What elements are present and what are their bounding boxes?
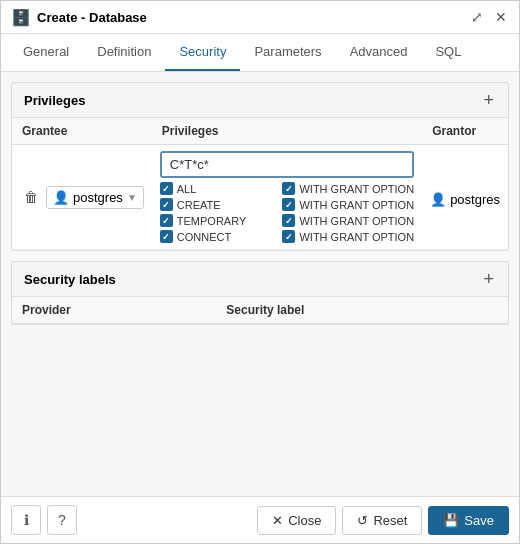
checkbox-wgo-3[interactable] [282, 214, 295, 227]
titlebar-actions: ⤢ ✕ [469, 7, 509, 27]
info-button[interactable]: ℹ [11, 505, 41, 535]
table-row: 🗑 👤 postgres ▼ [12, 145, 508, 250]
grantor-value: postgres [450, 192, 500, 207]
priv-check-all: ALL [160, 182, 277, 195]
help-icon: ? [58, 512, 66, 528]
close-button[interactable]: ✕ Close [257, 506, 336, 535]
grantor-cell-inner: 👤 postgres [430, 188, 500, 207]
tab-sql[interactable]: SQL [421, 34, 475, 71]
label-wgo-4: WITH GRANT OPTION [299, 231, 414, 243]
privileges-header-row: Grantee Privileges Grantor [12, 118, 508, 145]
security-labels-header-row: Provider Security label [12, 297, 508, 324]
privileges-section: Privileges + Grantee Privileges Grantor [11, 82, 509, 251]
security-labels-table: Provider Security label [12, 297, 508, 324]
priv-check-create: CREATE [160, 198, 277, 211]
label-all: ALL [177, 183, 197, 195]
label-connect: CONNECT [177, 231, 231, 243]
checkbox-connect[interactable] [160, 230, 173, 243]
window-close-button[interactable]: ✕ [493, 7, 509, 27]
label-wgo-3: WITH GRANT OPTION [299, 215, 414, 227]
grantor-col-header: Grantor [422, 118, 508, 145]
privileges-input[interactable] [160, 151, 414, 178]
privileges-title: Privileges [24, 93, 85, 108]
save-label: Save [464, 513, 494, 528]
window-title: Create - Database [37, 10, 147, 25]
footer-left: ℹ ? [11, 505, 77, 535]
privileges-table: Grantee Privileges Grantor 🗑 👤 postgr [12, 118, 508, 250]
footer: ℹ ? ✕ Close ↺ Reset 💾 Save [1, 496, 519, 543]
checkbox-temporary[interactable] [160, 214, 173, 227]
security-label-col-header: Security label [216, 297, 508, 324]
footer-right: ✕ Close ↺ Reset 💾 Save [257, 506, 509, 535]
label-create: CREATE [177, 199, 221, 211]
tab-security[interactable]: Security [165, 34, 240, 71]
grantor-user-icon: 👤 [430, 192, 446, 207]
label-wgo-2: WITH GRANT OPTION [299, 199, 414, 211]
add-privilege-button[interactable]: + [481, 91, 496, 109]
tab-advanced[interactable]: Advanced [336, 34, 422, 71]
priv-check-wgo-1: WITH GRANT OPTION [282, 182, 414, 195]
titlebar-left: 🗄️ Create - Database [11, 8, 147, 27]
database-icon: 🗄️ [11, 8, 31, 27]
priv-check-temporary: TEMPORARY [160, 214, 277, 227]
reset-button[interactable]: ↺ Reset [342, 506, 422, 535]
checkbox-wgo-2[interactable] [282, 198, 295, 211]
security-labels-header: Security labels + [12, 262, 508, 297]
checkbox-create[interactable] [160, 198, 173, 211]
info-icon: ℹ [24, 512, 29, 528]
reset-icon: ↺ [357, 513, 368, 528]
label-wgo-1: WITH GRANT OPTION [299, 183, 414, 195]
close-label: Close [288, 513, 321, 528]
grantee-selector[interactable]: 👤 postgres ▼ [46, 186, 144, 209]
tab-bar: General Definition Security Parameters A… [1, 34, 519, 72]
priv-check-connect: CONNECT [160, 230, 277, 243]
privileges-header: Privileges + [12, 83, 508, 118]
privileges-checkboxes: ALL WITH GRANT OPTION CREATE [160, 182, 414, 243]
checkbox-wgo-1[interactable] [282, 182, 295, 195]
grantee-cell-inner: 🗑 👤 postgres ▼ [20, 186, 144, 209]
tab-general[interactable]: General [9, 34, 83, 71]
label-temporary: TEMPORARY [177, 215, 246, 227]
chevron-down-icon: ▼ [127, 192, 137, 203]
grantee-col-header: Grantee [12, 118, 152, 145]
titlebar: 🗄️ Create - Database ⤢ ✕ [1, 1, 519, 34]
priv-check-wgo-4: WITH GRANT OPTION [282, 230, 414, 243]
provider-col-header: Provider [12, 297, 216, 324]
delete-privilege-button[interactable]: 🗑 [20, 187, 42, 207]
tab-definition[interactable]: Definition [83, 34, 165, 71]
add-security-label-button[interactable]: + [481, 270, 496, 288]
save-icon: 💾 [443, 513, 459, 528]
security-labels-section: Security labels + Provider Security labe… [11, 261, 509, 325]
help-button[interactable]: ? [47, 505, 77, 535]
privileges-value-cell: ALL WITH GRANT OPTION CREATE [152, 145, 422, 250]
grantee-value: postgres [73, 190, 123, 205]
security-labels-title: Security labels [24, 272, 116, 287]
tab-content: Privileges + Grantee Privileges Grantor [1, 72, 519, 496]
priv-check-wgo-2: WITH GRANT OPTION [282, 198, 414, 211]
save-button[interactable]: 💾 Save [428, 506, 509, 535]
close-icon: ✕ [272, 513, 283, 528]
priv-check-wgo-3: WITH GRANT OPTION [282, 214, 414, 227]
grantor-cell: 👤 postgres [422, 145, 508, 250]
checkbox-all[interactable] [160, 182, 173, 195]
checkbox-wgo-4[interactable] [282, 230, 295, 243]
tab-parameters[interactable]: Parameters [240, 34, 335, 71]
grantee-cell: 🗑 👤 postgres ▼ [12, 145, 152, 250]
privileges-col-header: Privileges [152, 118, 422, 145]
reset-label: Reset [373, 513, 407, 528]
create-database-dialog: 🗄️ Create - Database ⤢ ✕ General Definit… [0, 0, 520, 544]
user-icon: 👤 [53, 190, 69, 205]
maximize-button[interactable]: ⤢ [469, 7, 485, 27]
